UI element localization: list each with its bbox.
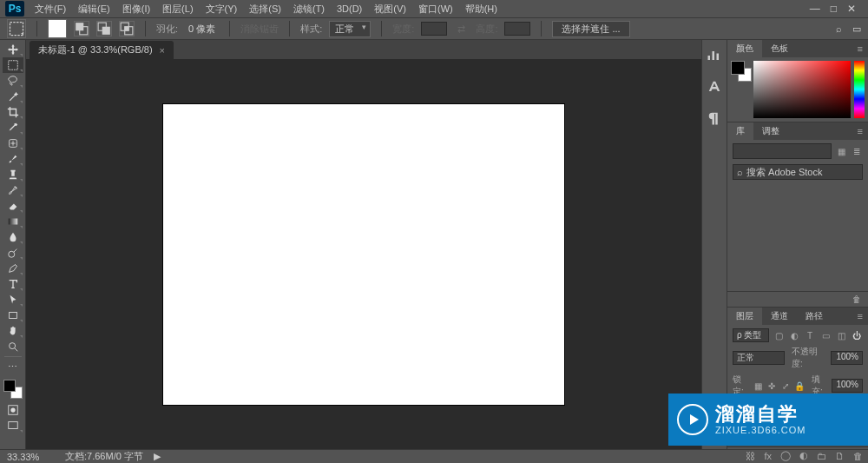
search-icon[interactable]: ⌕ [836, 23, 842, 35]
selection-add-icon[interactable] [74, 21, 89, 36]
rectangle-tool[interactable] [3, 308, 23, 323]
layer-fx-icon[interactable]: fx [764, 451, 772, 461]
lib-grid-view-icon[interactable]: ▦ [835, 145, 847, 157]
lock-position-icon[interactable]: ✜ [766, 380, 777, 392]
adjustments-tab[interactable]: 调整 [753, 122, 788, 140]
document-tab-close-icon[interactable]: × [160, 45, 165, 56]
filter-smart-icon[interactable]: ◫ [835, 329, 847, 341]
foreground-swatch[interactable] [3, 380, 16, 392]
zoom-tool[interactable] [3, 339, 23, 354]
layer-mask-icon[interactable]: ◯ [780, 450, 791, 461]
svg-rect-8 [8, 61, 17, 70]
layers-panel-menu-icon[interactable]: ≡ [852, 311, 868, 321]
menu-type[interactable]: 文字(Y) [201, 1, 243, 17]
filter-type-icon[interactable]: T [804, 329, 816, 341]
libraries-tab[interactable]: 库 [727, 122, 753, 140]
menu-file[interactable]: 文件(F) [30, 1, 71, 17]
selection-intersect-icon[interactable] [119, 21, 135, 36]
histogram-icon[interactable] [706, 47, 723, 64]
color-field[interactable] [753, 61, 851, 118]
menu-3d[interactable]: 3D(D) [332, 2, 367, 16]
brush-tool[interactable] [3, 151, 23, 167]
blend-mode-select[interactable]: 正常 [733, 351, 785, 365]
type-tool[interactable] [3, 276, 23, 292]
hand-tool[interactable] [3, 323, 23, 339]
lasso-tool[interactable] [3, 73, 23, 89]
lib-list-view-icon[interactable]: ≣ [851, 145, 863, 157]
layer-filter-select[interactable]: ρ 类型 [733, 328, 769, 342]
move-tool[interactable] [3, 42, 23, 57]
lock-pixels-icon[interactable]: ▦ [753, 380, 763, 392]
edit-toolbar-button[interactable]: ⋯ [3, 359, 23, 374]
path-select-tool[interactable] [3, 292, 23, 308]
lock-all-icon[interactable]: 🔒 [794, 380, 805, 392]
menu-select[interactable]: 选择(S) [244, 1, 286, 17]
svg-rect-10 [8, 219, 17, 225]
color-panel-menu-icon[interactable]: ≡ [852, 43, 868, 54]
eyedropper-tool[interactable] [3, 120, 23, 136]
healing-brush-tool[interactable] [3, 136, 23, 151]
doc-size[interactable]: 文档:7.66M/0 字节 [65, 450, 143, 463]
history-brush-tool[interactable] [3, 182, 23, 198]
selection-subtract-icon[interactable] [96, 21, 112, 36]
channels-tab[interactable]: 通道 [762, 308, 797, 325]
filter-pixel-icon[interactable]: ▢ [773, 329, 785, 341]
canvas[interactable] [163, 104, 564, 405]
opacity-input[interactable]: 100% [831, 351, 863, 365]
filter-toggle-icon[interactable]: ⏻ [851, 329, 863, 341]
style-select[interactable]: 正常 [329, 21, 371, 37]
link-layers-icon[interactable]: ⛓ [746, 451, 755, 461]
workspace-switcher-icon[interactable]: ▭ [852, 23, 861, 35]
select-and-mask-button[interactable]: 选择并遮住 ... [552, 21, 629, 37]
document-tab[interactable]: 未标题-1 @ 33.3%(RGB/8) × [30, 41, 174, 59]
panel-fg-swatch[interactable] [731, 61, 745, 75]
menu-image[interactable]: 图像(I) [117, 1, 155, 17]
menu-view[interactable]: 视图(V) [369, 1, 411, 17]
selection-new-icon[interactable] [48, 19, 67, 38]
minimize-button[interactable]: — [810, 3, 820, 15]
crop-tool[interactable] [3, 104, 23, 120]
filter-adjust-icon[interactable]: ◐ [788, 329, 800, 341]
paragraph-icon[interactable] [706, 109, 723, 127]
menu-layer[interactable]: 图层(L) [157, 1, 198, 17]
filter-shape-icon[interactable]: ▭ [819, 329, 832, 341]
pen-tool[interactable] [3, 261, 23, 276]
character-icon[interactable] [706, 78, 723, 96]
status-arrow-icon[interactable]: ▶ [154, 451, 161, 462]
zoom-level[interactable]: 33.33% [7, 452, 55, 462]
screenmode-tool[interactable] [3, 418, 23, 433]
libraries-panel-menu-icon[interactable]: ≡ [852, 126, 868, 136]
maximize-button[interactable]: □ [831, 3, 837, 15]
feather-value[interactable]: 0 像素 [185, 23, 219, 36]
marquee-tool[interactable] [3, 57, 23, 73]
tool-preset-picker[interactable] [7, 19, 26, 38]
clone-stamp-tool[interactable] [3, 167, 23, 182]
fill-input[interactable]: 100% [832, 379, 863, 393]
color-tab[interactable]: 颜色 [727, 40, 762, 57]
menu-help[interactable]: 帮助(H) [460, 1, 503, 17]
menu-edit[interactable]: 编辑(E) [73, 1, 115, 17]
hue-slider[interactable] [854, 61, 865, 118]
library-trash-icon[interactable]: 🗑 [851, 294, 863, 306]
magic-wand-tool[interactable] [3, 89, 23, 104]
canvas-viewport[interactable] [26, 59, 701, 449]
library-search-input[interactable]: ⌕ 搜索 Adobe Stock [733, 164, 863, 180]
paths-tab[interactable]: 路径 [797, 308, 832, 325]
gradient-tool[interactable] [3, 214, 23, 229]
swatches-tab[interactable]: 色板 [762, 40, 797, 57]
menu-filter[interactable]: 滤镜(T) [288, 1, 330, 17]
close-button[interactable]: ✕ [847, 3, 856, 15]
new-fill-layer-icon[interactable]: ◐ [799, 450, 808, 461]
dodge-tool[interactable] [3, 245, 23, 261]
new-group-icon[interactable]: 🗀 [817, 451, 826, 461]
delete-layer-icon[interactable]: 🗑 [853, 451, 863, 461]
lock-artboard-icon[interactable]: ⤢ [780, 380, 791, 392]
library-select[interactable] [733, 143, 832, 159]
eraser-tool[interactable] [3, 198, 23, 214]
layers-tab[interactable]: 图层 [727, 308, 762, 325]
quickmask-tool[interactable] [3, 402, 23, 418]
blur-tool[interactable] [3, 229, 23, 245]
menu-window[interactable]: 窗口(W) [413, 1, 458, 17]
new-layer-icon[interactable]: 🗋 [835, 451, 845, 461]
color-swatches[interactable] [3, 380, 23, 399]
